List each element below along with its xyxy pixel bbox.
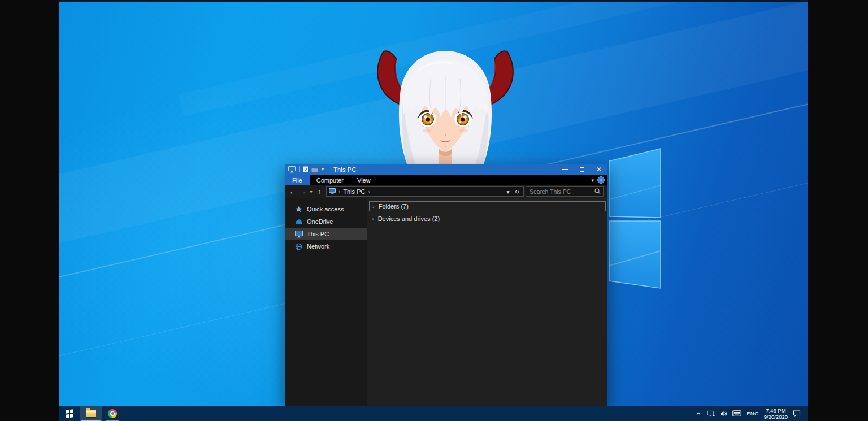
- start-button[interactable]: [59, 406, 80, 421]
- touch-keyboard-icon[interactable]: [732, 410, 741, 416]
- action-center-icon[interactable]: [793, 410, 801, 417]
- language-indicator[interactable]: ENG: [747, 410, 759, 416]
- back-button[interactable]: ←: [288, 185, 298, 198]
- separator: [299, 166, 300, 172]
- desktop[interactable]: ▾ This PC ✕ File Computer View ▾ ?: [59, 0, 808, 421]
- group-header-folders[interactable]: › Folders (7): [369, 201, 606, 211]
- previous-locations-chevron-icon[interactable]: ▾: [504, 189, 513, 195]
- close-button[interactable]: ✕: [591, 164, 607, 175]
- navigation-pane: Quick access OneDrive This PC: [285, 198, 367, 406]
- sidebar-item-quick-access[interactable]: Quick access: [285, 203, 367, 215]
- new-folder-icon[interactable]: [311, 166, 319, 173]
- forward-button[interactable]: →: [298, 185, 308, 198]
- this-pc-icon: [329, 188, 336, 196]
- chevron-right-icon[interactable]: ›: [372, 203, 375, 210]
- group-label: Folders (7): [379, 203, 409, 210]
- group-header-devices-and-drives[interactable]: › Devices and drives (2): [369, 214, 606, 224]
- search-input[interactable]: [530, 188, 594, 195]
- expand-ribbon-chevron-icon[interactable]: ▾: [591, 177, 594, 183]
- separator: [328, 166, 328, 172]
- monitor-icon: [294, 230, 303, 238]
- network-icon: [294, 242, 303, 250]
- letterbox-right: [808, 0, 868, 421]
- titlebar[interactable]: ▾ This PC ✕: [285, 164, 607, 175]
- sidebar-item-label: This PC: [307, 231, 329, 237]
- window-title: This PC: [333, 166, 357, 173]
- screen-top-edge: [59, 0, 808, 2]
- windows-logo-wallpaper: [607, 146, 663, 292]
- file-explorer-window: ▾ This PC ✕ File Computer View ▾ ?: [285, 164, 607, 406]
- clock-date: 9/20/2020: [764, 414, 788, 420]
- this-pc-icon: [288, 166, 296, 173]
- breadcrumb-location[interactable]: This PC: [343, 188, 365, 195]
- search-icon[interactable]: [594, 186, 601, 197]
- sidebar-item-label: Quick access: [307, 206, 344, 212]
- maximize-button[interactable]: [574, 164, 591, 175]
- letterbox-left: [0, 0, 59, 421]
- sidebar-item-network[interactable]: Network: [285, 240, 367, 253]
- file-explorer-icon: [86, 410, 96, 417]
- tab-file[interactable]: File: [285, 175, 310, 185]
- tab-view[interactable]: View: [350, 177, 377, 184]
- taskbar-clock[interactable]: 7:46 PM 9/20/2020: [764, 407, 788, 420]
- customize-chevron-icon[interactable]: ▾: [322, 167, 324, 172]
- breadcrumb-chevron-icon[interactable]: ›: [368, 189, 370, 195]
- start-windows-icon: [66, 409, 73, 418]
- tab-computer[interactable]: Computer: [310, 177, 350, 184]
- group-separator-line: [445, 219, 605, 219]
- taskbar: ENG 7:46 PM 9/20/2020: [59, 406, 808, 421]
- system-tray: ENG 7:46 PM 9/20/2020: [695, 406, 808, 421]
- ribbon-tabs: File Computer View ▾ ?: [285, 175, 607, 185]
- navigation-bar: ← → ▾ ↑ › This PC › ▾ ↻: [285, 185, 607, 198]
- group-label: Devices and drives (2): [378, 215, 440, 222]
- sidebar-item-label: Network: [307, 243, 329, 250]
- sidebar-item-onedrive[interactable]: OneDrive: [285, 215, 367, 228]
- volume-icon[interactable]: [720, 410, 727, 417]
- up-button[interactable]: ↑: [314, 185, 324, 198]
- refresh-icon[interactable]: ↻: [513, 189, 522, 195]
- chrome-icon: [108, 409, 117, 418]
- items-view[interactable]: › Folders (7) › Devices and drives (2): [367, 198, 607, 406]
- address-bar[interactable]: › This PC › ▾ ↻: [326, 186, 524, 197]
- star-icon: [294, 205, 303, 213]
- properties-icon[interactable]: [302, 166, 310, 173]
- sidebar-item-label: OneDrive: [307, 218, 333, 225]
- chevron-right-icon[interactable]: ›: [372, 215, 374, 222]
- help-icon[interactable]: ?: [597, 176, 605, 184]
- breadcrumb-chevron-icon[interactable]: ›: [338, 189, 340, 195]
- caption-buttons: ✕: [557, 164, 607, 175]
- cloud-icon: [294, 218, 303, 225]
- network-status-icon[interactable]: [707, 410, 715, 417]
- search-box[interactable]: [526, 186, 604, 197]
- hidden-icons-chevron-up-icon[interactable]: [695, 410, 702, 417]
- sidebar-item-this-pc[interactable]: This PC: [285, 228, 367, 240]
- recent-locations-chevron-icon[interactable]: ▾: [308, 189, 314, 194]
- taskbar-file-explorer-button[interactable]: [80, 406, 102, 421]
- minimize-button[interactable]: [557, 164, 574, 175]
- taskbar-chrome-button[interactable]: [102, 406, 123, 421]
- screen: ▾ This PC ✕ File Computer View ▾ ?: [0, 0, 868, 421]
- clock-time: 7:46 PM: [764, 407, 788, 414]
- anime-avatar: [367, 45, 528, 165]
